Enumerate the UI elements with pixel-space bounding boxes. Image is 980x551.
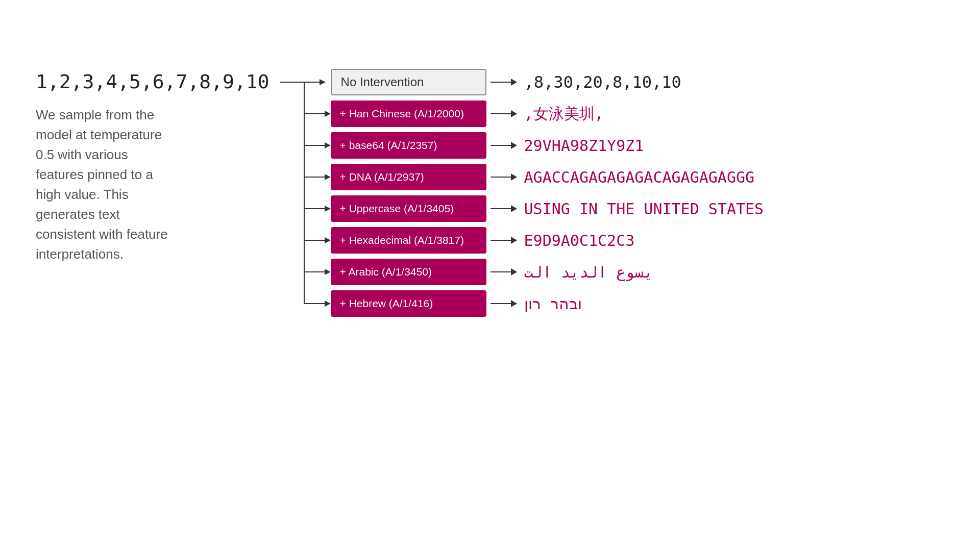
input-label: 1,2,3,4,5,6,7,8,9,10 — [36, 70, 270, 93]
feature-label-3: + Uppercase (A/1/3405) — [340, 203, 454, 215]
feature-output-1: 29VHA98Z1Y9Z1 — [524, 137, 644, 155]
feature-label-0: + Han Chinese (A/1/2000) — [340, 108, 464, 120]
no-intervention-box: No Intervention — [331, 69, 486, 95]
feature-output-4: E9D9A0C1C2C3 — [524, 232, 635, 249]
feature-box-6: + Hebrew (A/1/416) — [331, 290, 486, 317]
feature-box-3: + Uppercase (A/1/3405) — [331, 195, 486, 222]
feature-box-1: + base64 (A/1/2357) — [331, 132, 486, 159]
feature-output-6: ובהר רון — [524, 295, 582, 313]
no-intervention-output: ,8,30,20,8,10,10 — [524, 72, 681, 92]
feature-label-6: + Hebrew (A/1/416) — [340, 297, 433, 310]
feature-output-5: يسوع الديد الت — [524, 263, 653, 281]
feature-row-2: + DNA (A/1/2937)AGACCAGAGAGAGACAGAGAGAGG… — [331, 164, 755, 190]
feature-box-0: + Han Chinese (A/1/2000) — [331, 101, 486, 127]
svg-marker-10 — [325, 206, 331, 212]
description-text: We sample from the model at temperature … — [36, 105, 179, 264]
no-intervention-arrow — [491, 79, 517, 86]
no-intervention-label: No Intervention — [341, 75, 424, 89]
svg-marker-12 — [325, 237, 331, 243]
feature-output-0: ,女泳美圳, — [524, 104, 604, 124]
svg-marker-4 — [325, 111, 331, 117]
feature-output-2: AGACCAGAGAGAGACAGAGAGAGGG — [524, 168, 755, 186]
feature-row-6: + Hebrew (A/1/416)ובהר רון — [331, 290, 582, 317]
feature-box-2: + DNA (A/1/2937) — [331, 164, 486, 190]
svg-marker-1 — [320, 79, 326, 85]
feature-row-3: + Uppercase (A/1/3405)USING IN THE UNITE… — [331, 195, 764, 222]
feature-box-4: + Hexadecimal (A/1/3817) — [331, 227, 486, 254]
feature-label-4: + Hexadecimal (A/1/3817) — [340, 234, 464, 246]
left-section: 1,2,3,4,5,6,7,8,9,10 We sample from the … — [36, 66, 270, 264]
feature-label-1: + base64 (A/1/2357) — [340, 139, 437, 152]
svg-marker-16 — [325, 300, 331, 307]
feature-output-3: USING IN THE UNITED STATES — [524, 200, 764, 218]
feature-label-5: + Arabic (A/1/3450) — [340, 266, 432, 278]
svg-marker-14 — [325, 269, 331, 275]
feature-row-0: + Han Chinese (A/1/2000),女泳美圳, — [331, 101, 604, 127]
no-intervention-row: No Intervention ,8,30,20,8,10,10 — [331, 69, 681, 95]
feature-box-5: + Arabic (A/1/3450) — [331, 259, 486, 285]
feature-row-1: + base64 (A/1/2357)29VHA98Z1Y9Z1 — [331, 132, 644, 159]
svg-marker-8 — [325, 174, 331, 180]
feature-label-2: + DNA (A/1/2937) — [340, 171, 424, 183]
feature-row-5: + Arabic (A/1/3450)يسوع الديد الت — [331, 259, 653, 285]
feature-row-4: + Hexadecimal (A/1/3817)E9D9A0C1C2C3 — [331, 227, 635, 254]
svg-marker-6 — [325, 142, 331, 148]
